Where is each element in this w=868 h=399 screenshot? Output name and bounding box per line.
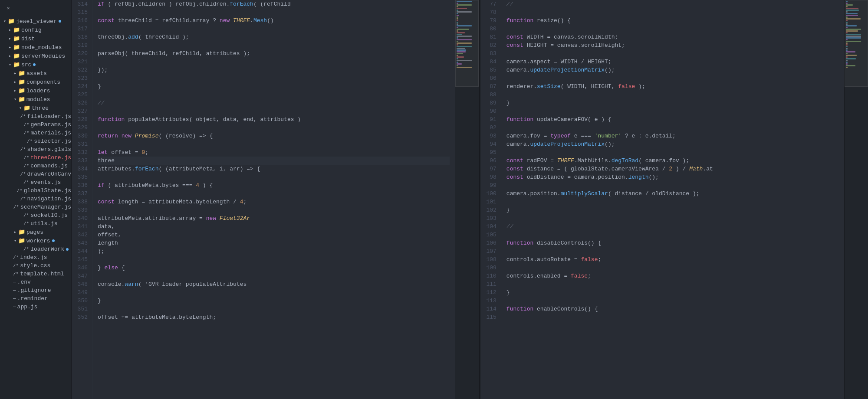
file-item[interactable]: ─.reminder bbox=[0, 294, 71, 303]
right-code-area[interactable]: 7778798081828384858687888990919293949596… bbox=[480, 0, 844, 399]
folder-item[interactable]: ▾📁modules bbox=[0, 95, 71, 104]
file-item[interactable]: /*gemParams.js bbox=[0, 121, 71, 129]
line-number: 319 bbox=[75, 41, 88, 49]
minimap-line bbox=[457, 4, 472, 6]
file-item[interactable]: /*template.html bbox=[0, 270, 71, 278]
minimap-line bbox=[846, 43, 848, 44]
folder-item[interactable]: ▸📁loaders bbox=[0, 86, 71, 95]
line-number: 98 bbox=[484, 173, 496, 181]
minimap-line bbox=[457, 29, 469, 30]
code-line: if ( refObj.children ) refObj.children.f… bbox=[98, 0, 450, 8]
code-line: three bbox=[98, 157, 450, 165]
folder-item[interactable]: ▾📁three bbox=[0, 104, 71, 112]
folder-item[interactable]: ▸📁serverModules bbox=[0, 52, 71, 60]
folder-name: assets bbox=[26, 70, 47, 77]
file-item[interactable]: /*materials.js bbox=[0, 129, 71, 137]
minimap-line bbox=[846, 25, 857, 26]
file-item[interactable]: /*globalState.js bbox=[0, 186, 71, 195]
folder-item[interactable]: ▾📁jewel_viewer bbox=[0, 17, 71, 26]
code-line: const length = attributeMeta.byteLength … bbox=[98, 198, 450, 206]
folder-arrow: ▸ bbox=[7, 45, 13, 50]
file-item[interactable]: /*drawArcOnCanv bbox=[0, 170, 71, 178]
close-icon[interactable]: ✕ bbox=[7, 5, 10, 11]
minimap-line bbox=[846, 36, 861, 37]
code-line: ); bbox=[98, 247, 450, 255]
folder-arrow: ▸ bbox=[7, 53, 13, 59]
minimap-line bbox=[846, 29, 861, 30]
line-number: 322 bbox=[75, 66, 88, 74]
file-item[interactable]: /*commands.js bbox=[0, 162, 71, 170]
folder-item[interactable]: ▾📁workers bbox=[0, 236, 71, 245]
file-icon: /* bbox=[23, 164, 29, 169]
line-number: 89 bbox=[484, 99, 496, 107]
file-name: utils.js bbox=[30, 220, 57, 227]
file-icon: /* bbox=[27, 139, 33, 144]
group-file-item[interactable]: ✕ bbox=[0, 4, 71, 12]
minimap-line bbox=[457, 11, 472, 13]
file-item[interactable]: /*utils.js bbox=[0, 219, 71, 228]
code-line: const oldDistance = camera.position.leng… bbox=[506, 173, 839, 181]
folder-icon: 📁 bbox=[18, 87, 25, 94]
file-item[interactable]: /*events.js bbox=[0, 178, 71, 186]
folder-item[interactable]: ▸📁config bbox=[0, 26, 71, 34]
line-number: 115 bbox=[484, 313, 496, 321]
file-item[interactable]: ─.gitignore bbox=[0, 286, 71, 294]
line-number: 346 bbox=[75, 264, 88, 272]
file-item[interactable]: /*loaderWork bbox=[0, 245, 71, 253]
file-item[interactable]: /*selector.js bbox=[0, 137, 71, 145]
minimap-line bbox=[457, 49, 466, 51]
folder-item[interactable]: ▸📁pages bbox=[0, 228, 71, 236]
folder-item[interactable]: ▸📁node_modules bbox=[0, 43, 71, 52]
code-line bbox=[98, 58, 450, 66]
file-name: style.css bbox=[20, 262, 50, 269]
folder-arrow: ▸ bbox=[7, 36, 13, 41]
file-name: socketIO.js bbox=[30, 212, 68, 219]
folder-icon: 📁 bbox=[8, 18, 15, 25]
code-line: console.warn( 'GVR loader populateAttrib… bbox=[98, 280, 450, 288]
line-number: 80 bbox=[484, 25, 496, 33]
file-item[interactable]: /*index.js bbox=[0, 253, 71, 262]
folder-item[interactable]: ▸📁assets bbox=[0, 69, 71, 78]
line-number: 330 bbox=[75, 132, 88, 140]
line-number: 336 bbox=[75, 181, 88, 190]
file-item[interactable]: ─.env bbox=[0, 278, 71, 286]
line-number: 84 bbox=[484, 58, 496, 66]
code-line: camera.position.multiplyScalar( distance… bbox=[506, 190, 839, 198]
folder-item[interactable]: ▸📁dist bbox=[0, 34, 71, 43]
line-number: 114 bbox=[484, 305, 496, 313]
minimap-line bbox=[457, 6, 458, 7]
code-line bbox=[506, 313, 839, 321]
minimap-line bbox=[457, 53, 463, 54]
left-code-lines[interactable]: if ( refObj.children ) refObj.children.f… bbox=[92, 0, 455, 399]
folder-arrow: ▸ bbox=[12, 71, 18, 76]
line-number: 107 bbox=[484, 247, 496, 255]
file-item[interactable]: /*fileLoader.js bbox=[0, 112, 71, 121]
minimap-line bbox=[457, 65, 458, 66]
file-item[interactable]: /*shaders.glsls bbox=[0, 145, 71, 154]
line-number: 316 bbox=[75, 16, 88, 25]
minimap-line bbox=[846, 39, 848, 40]
folder-icon: 📁 bbox=[18, 78, 25, 85]
line-number: 111 bbox=[484, 280, 496, 288]
code-line bbox=[506, 198, 839, 206]
file-item[interactable]: /*threeCore.js bbox=[0, 154, 71, 162]
file-item[interactable]: /*sceneManager.js bbox=[0, 203, 71, 211]
line-number: 88 bbox=[484, 91, 496, 99]
line-number: 328 bbox=[75, 115, 88, 124]
file-item[interactable]: ─app.js bbox=[0, 303, 71, 311]
file-item[interactable]: /*socketIO.js bbox=[0, 211, 71, 219]
file-item[interactable]: /*style.css bbox=[0, 262, 71, 270]
code-line bbox=[506, 91, 839, 99]
minimap-line bbox=[846, 65, 855, 66]
left-code-area[interactable]: 3143153163173183193203213223233243253263… bbox=[72, 0, 455, 399]
folder-arrow: ▸ bbox=[12, 88, 18, 93]
minimap-line bbox=[846, 60, 848, 61]
minimap-line bbox=[457, 46, 472, 47]
file-icon: /* bbox=[13, 255, 19, 260]
folder-item[interactable]: ▸📁components bbox=[0, 78, 71, 86]
file-name: loaderWork bbox=[30, 246, 64, 252]
folder-item[interactable]: ▾📁src bbox=[0, 60, 71, 69]
line-number: 105 bbox=[484, 231, 496, 239]
right-code-lines[interactable]: // function resize() { const WIDTH = can… bbox=[501, 0, 844, 399]
file-item[interactable]: /*navigation.js bbox=[0, 195, 71, 203]
